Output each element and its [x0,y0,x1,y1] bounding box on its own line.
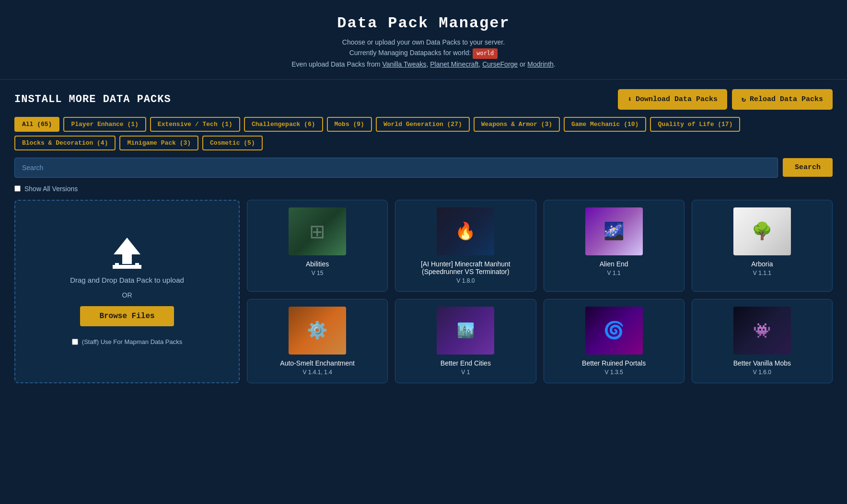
search-row: Search [14,158,833,178]
filter-tag-7[interactable]: Game Mechanic (10) [564,117,646,132]
search-button[interactable]: Search [783,158,833,177]
pack-card[interactable]: Alien EndV 1.1 [544,200,685,292]
filter-tag-4[interactable]: Mobs (9) [327,117,372,132]
reload-icon: ↻ [742,95,746,104]
subtitle-3: Even upload Data Packs from Vanilla Twea… [10,59,837,69]
filter-tag-3[interactable]: Challengepack (6) [244,117,323,132]
page-title: Data Pack Manager [10,14,837,32]
pack-name: Alien End [600,260,628,268]
install-title: INSTALL MORE DATA PACKS [14,93,171,105]
reload-data-packs-button[interactable]: ↻ Reload Data Packs [732,89,833,110]
pack-version: V 1.3.5 [605,369,623,376]
or-text: OR [122,291,132,299]
pack-card[interactable]: AbilitiesV 15 [247,200,388,292]
pack-card[interactable]: Better End CitiesV 1 [395,299,536,383]
filter-tag-9[interactable]: Blocks & Decoration (4) [14,136,116,150]
show-versions-label: Show All Versions [24,185,78,193]
filter-tag-11[interactable]: Cosmetic (5) [202,136,263,150]
pack-card[interactable]: [AI Hunter] Minecraft Manhunt (Speedrunn… [395,200,536,292]
subtitle-1: Choose or upload your own Data Packs to … [10,37,837,47]
pack-card[interactable]: Better Vanilla MobsV 1.6.0 [692,299,833,383]
content-grid: Drag and Drop Data Pack to upload OR Bro… [14,200,833,383]
pack-name: Better Vanilla Mobs [733,359,791,367]
filter-tag-6[interactable]: Weapons & Armor (3) [474,117,560,132]
browse-files-button[interactable]: Browse Files [80,306,174,326]
filter-tag-8[interactable]: Quality of Life (17) [650,117,740,132]
staff-checkbox[interactable] [72,339,78,345]
pack-version: V 1.1 [607,270,621,276]
curseforge-link[interactable]: CurseForge [482,60,518,68]
filter-tag-1[interactable]: Player Enhance (1) [63,117,146,132]
filter-tag-0[interactable]: All (65) [14,117,59,132]
header-buttons: ⬇ Download Data Packs ↻ Reload Data Pack… [618,89,833,110]
filter-tags: All (65)Player Enhance (1)Extensive / Te… [14,117,833,150]
show-versions-checkbox[interactable] [14,185,21,192]
install-header: INSTALL MORE DATA PACKS ⬇ Download Data … [14,89,833,110]
download-data-packs-button[interactable]: ⬇ Download Data Packs [618,89,727,110]
planet-minecraft-link[interactable]: Planet Minecraft [430,60,478,68]
pack-version: V 15 [312,270,324,276]
upload-icon [113,238,141,269]
pack-name: Better End Cities [441,359,491,367]
download-icon: ⬇ [627,95,632,104]
pack-name: Arboria [751,260,773,268]
vanilla-tweaks-link[interactable]: Vanilla Tweaks [382,60,426,68]
pack-name: Abilities [306,260,329,268]
staff-checkbox-row: (Staff) Use For Mapman Data Packs [72,338,182,345]
pack-name: Auto-Smelt Enchantment [280,359,355,367]
modrinth-link[interactable]: Modrinth [527,60,553,68]
upload-panel[interactable]: Drag and Drop Data Pack to upload OR Bro… [14,200,240,383]
pack-name: Better Ruined Portals [582,359,646,367]
page-header: Data Pack Manager Choose or upload your … [0,0,847,80]
pack-version: V 1.8.0 [456,277,475,284]
pack-card[interactable]: Auto-Smelt EnchantmentV 1.4.1, 1.4 [247,299,388,383]
filter-tag-2[interactable]: Extensive / Tech (1) [150,117,240,132]
pack-version: V 1 [461,369,470,376]
search-input[interactable] [14,158,778,178]
world-badge: world [473,48,498,58]
main-content: INSTALL MORE DATA PACKS ⬇ Download Data … [0,80,847,393]
pack-version: V 1.6.0 [753,369,771,376]
pack-name: [AI Hunter] Minecraft Manhunt (Speedrunn… [403,260,528,275]
pack-version: V 1.4.1, 1.4 [302,369,332,376]
show-versions-row: Show All Versions [14,185,833,193]
pack-card[interactable]: Better Ruined PortalsV 1.3.5 [544,299,685,383]
filter-tag-10[interactable]: Minigame Pack (3) [119,136,198,150]
subtitle-2: Currently Managing Datapacks for world: … [10,47,837,58]
pack-version: V 1.1.1 [753,270,771,276]
staff-label: (Staff) Use For Mapman Data Packs [82,338,182,345]
pack-card[interactable]: ArboriaV 1.1.1 [692,200,833,292]
filter-tag-5[interactable]: World Generation (27) [376,117,470,132]
drag-drop-text: Drag and Drop Data Pack to upload [70,276,184,284]
